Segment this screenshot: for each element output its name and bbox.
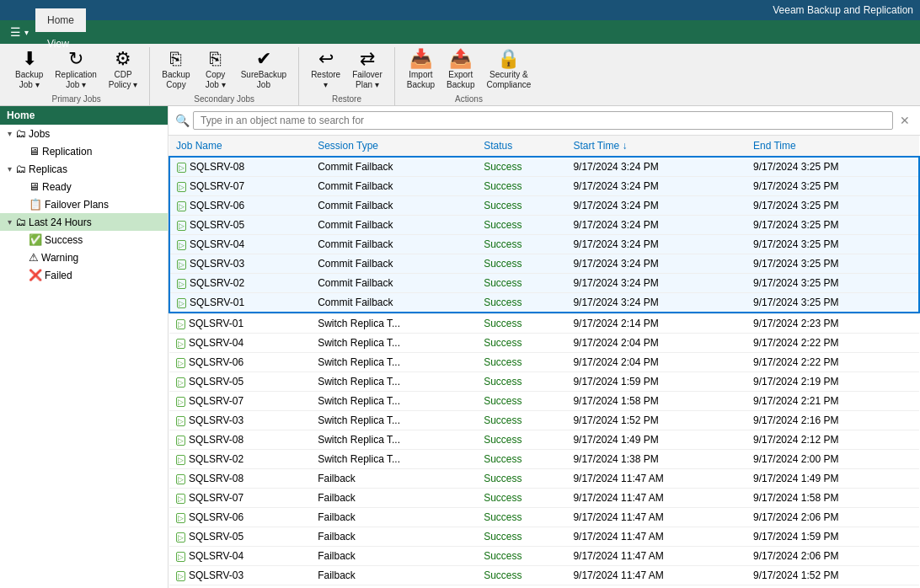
sidebar-item-jobs[interactable]: ▾🗂Jobs — [0, 125, 168, 142]
main-layout: Home ▾🗂Jobs🖥Replication▾🗂Replicas🖥Ready📋… — [0, 106, 920, 588]
copy-job-button[interactable]: ⎘Copy Job ▾ — [197, 47, 234, 93]
search-clear-button[interactable]: ✕ — [896, 114, 913, 127]
job-icon: ▷ — [176, 455, 185, 465]
sidebar-icon-warning: ⚠ — [29, 251, 39, 264]
sidebar-item-replicas[interactable]: ▾🗂Replicas — [0, 160, 168, 178]
security-label: Security & Compliance — [486, 70, 531, 90]
security-icon: 🔒 — [497, 50, 520, 68]
job-icon: ▷ — [176, 513, 185, 523]
job-icon: ▷ — [176, 436, 185, 446]
cdp-policy-button[interactable]: ⚙CDP Policy ▾ — [104, 47, 142, 93]
sidebar-icon-success: ✅ — [29, 233, 42, 246]
table-row[interactable]: ▷SQLSRV-06FailbackSuccess9/17/2024 11:47… — [169, 508, 919, 527]
table-row[interactable]: ▷SQLSRV-03FailbackSuccess9/17/2024 11:47… — [169, 566, 919, 585]
col-header-startTime[interactable]: Start Time ↓ — [566, 136, 746, 157]
title-bar: Veeam Backup and Replication — [0, 0, 920, 20]
job-icon: ▷ — [176, 358, 185, 368]
table-row[interactable]: ▷SQLSRV-08FailbackSuccess9/17/2024 11:47… — [169, 469, 919, 489]
table-row[interactable]: ▷SQLSRV-06Switch Replica T...Success9/17… — [169, 353, 919, 372]
restore-label: Restore ▾ — [311, 70, 340, 90]
ribbon-group-secondary-jobs: ⎘Backup Copy⎘Copy Job ▾✔SureBackup JobSe… — [150, 47, 299, 105]
table-body: ▷SQLSRV-08Commit FailbackSuccess9/17/202… — [169, 157, 919, 588]
sureback-button[interactable]: ✔SureBackup Job — [236, 47, 292, 93]
ribbon: ⬇Backup Job ▾↻Replication Job ▾⚙CDP Poli… — [0, 44, 920, 106]
table-row[interactable]: ▷SQLSRV-08Switch Replica T...Success9/17… — [169, 430, 919, 450]
table-row[interactable]: ▷SQLSRV-07Commit FailbackSuccess9/17/202… — [169, 177, 919, 196]
replication-job-icon: ↻ — [68, 50, 83, 68]
sidebar-item-warning[interactable]: ⚠Warning — [0, 249, 168, 266]
table-row[interactable]: ▷SQLSRV-02Switch Replica T...Success9/17… — [169, 450, 919, 469]
table-row[interactable]: ▷SQLSRV-03Commit FailbackSuccess9/17/202… — [169, 254, 919, 274]
job-icon: ▷ — [176, 532, 185, 543]
sidebar-item-last24hours[interactable]: ▾🗂Last 24 Hours — [0, 213, 168, 231]
ribbon-group-label-actions: Actions — [455, 94, 483, 104]
backup-copy-button[interactable]: ⎘Backup Copy — [157, 47, 195, 93]
cdp-policy-label: CDP Policy ▾ — [109, 70, 137, 90]
backup-copy-icon: ⎘ — [170, 50, 181, 68]
export-backup-button[interactable]: 📤Export Backup — [441, 47, 479, 93]
export-backup-label: Export Backup — [447, 70, 474, 90]
col-header-endTime[interactable]: End Time — [746, 136, 919, 157]
sidebar-label-jobs: Jobs — [29, 128, 50, 140]
restore-button[interactable]: ↩Restore ▾ — [306, 47, 345, 93]
job-icon: ▷ — [177, 163, 186, 173]
app-title: Veeam Backup and Replication — [773, 4, 913, 16]
col-header-sessionType[interactable]: Session Type — [311, 136, 477, 157]
col-header-status[interactable]: Status — [477, 136, 566, 157]
table-row[interactable]: ▷SQLSRV-01Switch Replica T...Success9/17… — [169, 314, 919, 334]
hamburger-menu[interactable]: ☰ ▾ — [3, 22, 35, 42]
job-icon: ▷ — [177, 201, 186, 211]
expander-jobs: ▾ — [3, 129, 15, 138]
search-input[interactable] — [193, 111, 893, 130]
table-header: Job NameSession TypeStatusStart Time ↓En… — [169, 136, 919, 157]
sidebar-item-replication[interactable]: 🖥Replication — [0, 142, 168, 160]
table-row[interactable]: ▷SQLSRV-07Switch Replica T...Success9/17… — [169, 392, 919, 411]
table-row[interactable]: ▷SQLSRV-04Commit FailbackSuccess9/17/202… — [169, 235, 919, 254]
table-row[interactable]: ▷SQLSRV-02FailbackSuccess9/17/2024 11:47… — [169, 585, 919, 589]
table-row[interactable]: ▷SQLSRV-04Switch Replica T...Success9/17… — [169, 334, 919, 353]
table-row[interactable]: ▷SQLSRV-05Commit FailbackSuccess9/17/202… — [169, 216, 919, 235]
content-area: 🔍 ✕ Job NameSession TypeStatusStart Time… — [168, 106, 920, 588]
menu-bar: ☰ ▾ HomeView — [0, 20, 920, 44]
table-row[interactable]: ▷SQLSRV-07FailbackSuccess9/17/2024 11:47… — [169, 489, 919, 508]
table-row[interactable]: ▷SQLSRV-04FailbackSuccess9/17/2024 11:47… — [169, 547, 919, 566]
ribbon-group-actions: 📥Import Backup📤Export Backup🔒Security & … — [395, 47, 543, 105]
sidebar-icon-failover-plans: 📋 — [29, 198, 42, 211]
security-button[interactable]: 🔒Security & Compliance — [481, 47, 536, 93]
job-icon: ▷ — [177, 279, 186, 289]
sidebar-icon-ready: 🖥 — [29, 180, 40, 193]
failover-plan-button[interactable]: ⇄Failover Plan ▾ — [347, 47, 388, 93]
sidebar-label-failover-plans: Failover Plans — [45, 199, 109, 211]
sidebar-item-success[interactable]: ✅Success — [0, 231, 168, 249]
restore-icon: ↩ — [318, 50, 334, 68]
expander-last24hours: ▾ — [3, 217, 15, 227]
job-icon: ▷ — [176, 377, 185, 388]
table-row[interactable]: ▷SQLSRV-03Switch Replica T...Success9/17… — [169, 411, 919, 430]
sidebar: Home ▾🗂Jobs🖥Replication▾🗂Replicas🖥Ready📋… — [0, 106, 168, 588]
col-header-jobName[interactable]: Job Name — [169, 136, 311, 157]
table-row[interactable]: ▷SQLSRV-08Commit FailbackSuccess9/17/202… — [169, 157, 919, 177]
table-row[interactable]: ▷SQLSRV-05FailbackSuccess9/17/2024 11:47… — [169, 527, 919, 547]
sidebar-item-failed[interactable]: ❌Failed — [0, 266, 168, 284]
table-row[interactable]: ▷SQLSRV-02Commit FailbackSuccess9/17/202… — [169, 274, 919, 293]
sidebar-item-ready[interactable]: 🖥Ready — [0, 178, 168, 195]
sidebar-header: Home — [0, 106, 168, 125]
copy-job-icon: ⎘ — [210, 50, 221, 68]
import-backup-button[interactable]: 📥Import Backup — [402, 47, 440, 93]
sidebar-icon-replicas: 🗂 — [15, 163, 26, 175]
sidebar-item-failover-plans[interactable]: 📋Failover Plans — [0, 195, 168, 213]
import-backup-icon: 📥 — [409, 50, 432, 68]
menu-tab-home[interactable]: Home — [35, 8, 86, 32]
table-row[interactable]: ▷SQLSRV-05Switch Replica T...Success9/17… — [169, 372, 919, 392]
sureback-icon: ✔ — [256, 50, 271, 68]
job-icon: ▷ — [176, 319, 185, 329]
hamburger-icon: ☰ — [10, 25, 21, 39]
import-backup-label: Import Backup — [407, 70, 435, 90]
sidebar-label-last24hours: Last 24 Hours — [29, 216, 92, 228]
table-row[interactable]: ▷SQLSRV-06Commit FailbackSuccess9/17/202… — [169, 196, 919, 216]
replication-job-button[interactable]: ↻Replication Job ▾ — [50, 47, 101, 93]
backup-job-button[interactable]: ⬇Backup Job ▾ — [10, 47, 48, 93]
expander-replicas: ▾ — [3, 164, 15, 174]
ribbon-group-primary-jobs: ⬇Backup Job ▾↻Replication Job ▾⚙CDP Poli… — [3, 47, 150, 105]
table-row[interactable]: ▷SQLSRV-01Commit FailbackSuccess9/17/202… — [169, 293, 919, 313]
